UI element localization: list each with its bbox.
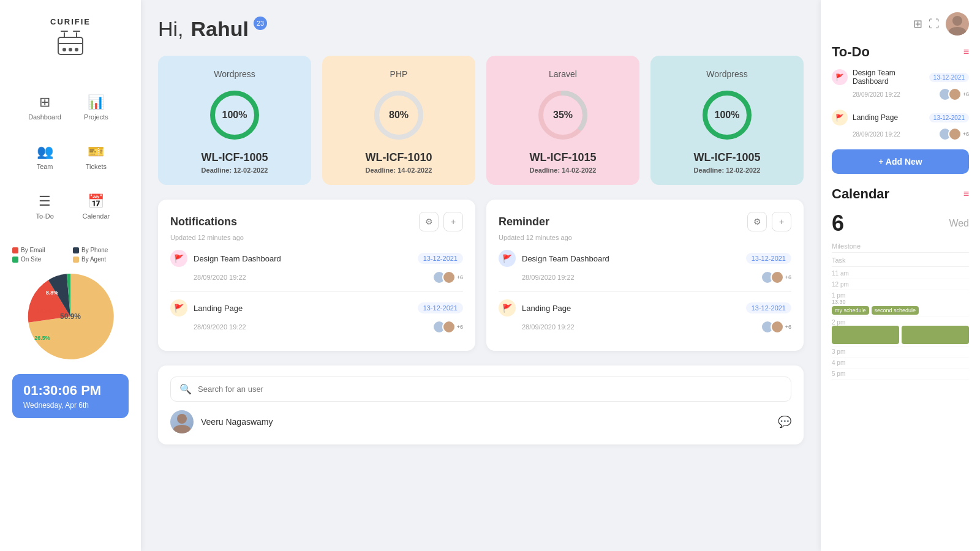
svg-point-21 <box>177 414 187 424</box>
notification-item-1: 🚩 Design Team Dashboard 13-12-2021 28/09… <box>170 250 463 292</box>
cal-schedule-second: second schedule <box>872 306 919 315</box>
todo-flag-2: 🚩 <box>832 110 848 126</box>
project-card-2[interactable]: PHP 80% WL-ICF-1010 Deadline: 14-02-2022 <box>322 56 475 185</box>
clock-time: 01:30:06 PM <box>23 383 118 399</box>
notification-badge: 23 <box>254 17 267 30</box>
todo-name-2: Landing Page <box>853 113 924 122</box>
project-card-3[interactable]: Laravel 35% WL-ICF-1015 Deadline: 14-02-… <box>486 56 639 185</box>
tickets-label: Tickets <box>86 163 107 170</box>
todo-item-2: 🚩 Landing Page 13-12-2021 28/09/2020 19:… <box>832 110 969 141</box>
project-card-4[interactable]: Wordpress 100% WL-ICF-1005 Deadline: 12-… <box>650 56 804 185</box>
todo-label: To-Do <box>36 212 53 220</box>
sidebar-item-tickets[interactable]: 🎫 Tickets <box>74 135 119 179</box>
grid-view-button[interactable]: ⊞ <box>913 12 922 36</box>
rem-avatar-plus-1: +6 <box>785 274 791 280</box>
todo-av-2 <box>948 88 962 101</box>
avatar-plus-1: +6 <box>457 274 463 280</box>
sidebar-item-dashboard[interactable]: ⊞ Dashboard <box>22 86 67 129</box>
nav-grid: ⊞ Dashboard 📊 Projects 👥 Team 🎫 Tickets … <box>10 86 131 228</box>
sidebar-item-calendar[interactable]: 📅 Calendar <box>74 185 119 228</box>
todo-title-text: To-Do <box>832 44 870 60</box>
svg-text:26.5%: 26.5% <box>34 335 50 341</box>
reminder-panel: Reminder ⚙ + Updated 12 minutes ago 🚩 De… <box>486 200 804 351</box>
reminder-item-2: 🚩 Landing Page 13-12-2021 28/09/2020 19:… <box>499 299 791 341</box>
rem-avatar-plus-2: +6 <box>785 324 791 330</box>
search-area: 🔍 Veeru Nagaswamy 💬 <box>158 365 804 444</box>
projects-icon: 📊 <box>88 94 104 110</box>
donut-label-2: 80% <box>389 110 409 121</box>
clock-date: Wednesday, Apr 6th <box>23 401 118 410</box>
svg-text:50.9%: 50.9% <box>60 312 81 321</box>
main-content: Hi, Rahul 23 Wordpress 100% WL-ICF-1005 … <box>141 0 821 551</box>
donut-4: 100% <box>699 88 755 143</box>
cal-slot-12pm: 12 pm <box>832 279 969 290</box>
legend-label-onsite: On Site <box>21 256 41 263</box>
search-input[interactable] <box>198 384 782 394</box>
todo-item-1: 🚩 Design Team Dashboard 13-12-2021 28/09… <box>832 69 969 101</box>
cal-slot-1pm: 1 pm 13:30 my schedule second schedule <box>832 290 969 317</box>
sidebar: CURIFIE ⊞ Dashboard 📊 Projects 👥 <box>0 0 141 551</box>
card-id-3: WL-ICF-1015 <box>529 151 596 164</box>
donut-label-1: 100% <box>222 110 247 121</box>
sidebar-item-todo[interactable]: ☰ To-Do <box>22 185 67 228</box>
notif-flag-2: 🚩 <box>170 299 187 317</box>
user-avatar <box>170 410 194 433</box>
card-deadline-4: Deadline: 12-02-2022 <box>694 167 761 174</box>
reminder-flag-1: 🚩 <box>499 250 516 267</box>
legend-onsite: On Site <box>12 256 68 263</box>
todo-menu-icon[interactable]: ≡ <box>963 47 969 58</box>
legend-phone: By Phone <box>73 247 129 253</box>
reminder-date-2: 13-12-2021 <box>746 302 791 313</box>
fullscreen-button[interactable]: ⛶ <box>929 12 940 36</box>
top-right-actions: ⊞ ⛶ <box>832 12 969 36</box>
reminder-title: Reminder <box>499 216 549 228</box>
svg-point-23 <box>952 16 962 26</box>
notifications-updated: Updated 12 minutes ago <box>170 234 463 241</box>
user-name: Veeru Nagaswamy <box>201 417 273 427</box>
donut-label-3: 35% <box>553 110 573 121</box>
legend-dot-email <box>12 247 18 253</box>
donut-3: 35% <box>535 88 590 143</box>
calendar-day: 6 <box>832 211 844 236</box>
cal-time-13-30: 13:30 <box>832 299 969 305</box>
calendar-title-text: Calendar <box>832 186 889 202</box>
todo-avatars-2: +6 <box>938 127 969 141</box>
reminder-add-button[interactable]: + <box>772 212 791 231</box>
todo-av-4 <box>948 127 962 141</box>
reminder-settings-button[interactable]: ⚙ <box>747 212 767 231</box>
dashboard-icon: ⊞ <box>39 94 50 110</box>
notif-date-1: 13-12-2021 <box>418 253 463 264</box>
project-cards: Wordpress 100% WL-ICF-1005 Deadline: 12-… <box>158 56 804 185</box>
notifications-settings-button[interactable]: ⚙ <box>419 212 439 231</box>
add-new-button[interactable]: + Add New <box>832 149 969 174</box>
calendar-menu-icon[interactable]: ≡ <box>963 189 969 200</box>
notif-avatars-2: +6 <box>432 320 463 334</box>
avatar-4 <box>442 320 456 334</box>
card-deadline-2: Deadline: 14-02-2022 <box>366 167 432 174</box>
card-title-1: Wordpress <box>214 69 255 79</box>
reminder-avatars-2: +6 <box>761 320 791 334</box>
calendar-section-title: Calendar ≡ <box>832 186 969 202</box>
todo-av-plus-2: +6 <box>963 131 969 137</box>
right-panel: ⊞ ⛶ To-Do ≡ 🚩 Design Team Dashboard 13-1… <box>821 0 980 551</box>
cal-label-milestone: Milestone <box>832 240 969 253</box>
notif-name-2: Landing Page <box>194 304 412 313</box>
dashboard-label: Dashboard <box>28 113 61 121</box>
reminder-time-1: 28/09/2020 19:22 <box>522 274 575 281</box>
projects-label: Projects <box>84 113 108 121</box>
sidebar-item-team[interactable]: 👥 Team <box>22 135 67 179</box>
user-row: Veeru Nagaswamy 💬 <box>170 410 791 433</box>
svg-rect-0 <box>58 37 83 54</box>
project-card-1[interactable]: Wordpress 100% WL-ICF-1005 Deadline: 12-… <box>158 56 311 185</box>
legend-label-phone: By Phone <box>81 247 108 253</box>
notifications-add-button[interactable]: + <box>443 212 463 231</box>
chat-icon-button[interactable]: 💬 <box>778 415 791 429</box>
reminder-actions: ⚙ + <box>747 212 791 231</box>
sidebar-item-projects[interactable]: 📊 Projects <box>74 86 119 129</box>
calendar-day-row: 6 Wed <box>832 211 969 236</box>
notif-time-2: 28/09/2020 19:22 <box>194 323 246 331</box>
donut-label-4: 100% <box>715 110 740 121</box>
todo-time-2: 28/09/2020 19:22 <box>853 131 900 138</box>
card-title-4: Wordpress <box>706 69 747 79</box>
tickets-icon: 🎫 <box>88 144 104 160</box>
